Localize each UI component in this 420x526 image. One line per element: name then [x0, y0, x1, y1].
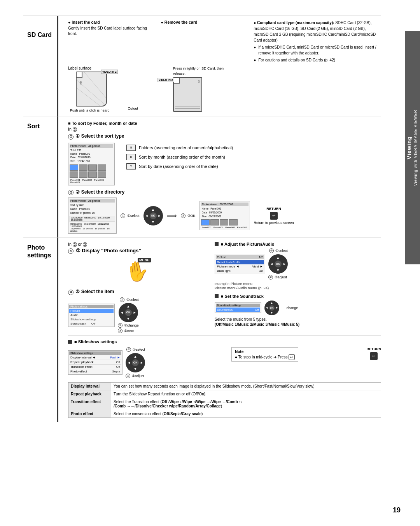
- soundtrack-nav-btn[interactable]: ▲ ▼ ◄ ► OK: [264, 301, 279, 315]
- menu-icon: ✋ MENU: [68, 258, 207, 285]
- slideshow-transition: Transition effectOff: [69, 365, 121, 369]
- table-label-transition-effect: Transition effect: [68, 398, 111, 410]
- return-to-text: Return to previous screen: [254, 221, 294, 225]
- adjust-note: Picture menu/Audio menu (p. 24): [215, 286, 381, 290]
- svg-line-1: [77, 88, 100, 106]
- viewing-detail: Viewing with VIERA IMAGE VIEWER: [414, 110, 418, 186]
- table-text-repeat-playback: Turn the Slideshow Repeat function on or…: [111, 390, 381, 398]
- table-row-repeat-playback: Repeat playback Turn the Slideshow Repea…: [68, 390, 381, 398]
- photo-step1-title: ① ① Display "Photo settings": [68, 248, 207, 254]
- sd-right-diagram: Press in lightly on SD Card, then releas…: [173, 66, 235, 113]
- insert-label: ● Insert the card: [68, 20, 153, 24]
- soundtrack-options: (Off/Music 1/Music 2/Music 3/Music 4/Mus…: [215, 322, 381, 327]
- settings-table: Display interval You can set how many se…: [68, 382, 381, 418]
- sort-icon-g-label: Folders (ascending order of numeric/alph…: [139, 145, 233, 150]
- adjust-adjust-ann: ② ②adjust: [268, 275, 287, 280]
- to-sort-title: ■ To sort by Folder, month or date: [68, 121, 381, 126]
- press-in-label: Press in lightly on SD Card, then releas…: [173, 66, 235, 76]
- soundtrack-box: Soundtrack settings Soundtrack Off: [215, 302, 261, 313]
- page-container: Viewing Viewing with VIERA IMAGE VIEWER …: [0, 0, 420, 526]
- sort-nav-btn[interactable]: ▲ ▼ ◄ ► OK: [144, 206, 163, 225]
- sd-in2-label: VIDEO IN 2: [101, 70, 118, 73]
- compliant-item-2: ● If a microSDHC Card, miniSD Card or mi…: [254, 44, 381, 56]
- adjust-select-ann: ① ①select: [269, 248, 288, 253]
- sort-section: Sort ■ To sort by Folder, month or date …: [23, 117, 381, 238]
- table-row-display-interval: Display interval You can set how many se…: [68, 382, 381, 390]
- soundtrack-change: — change: [282, 306, 298, 310]
- right-tab-text: Viewing Viewing with VIERA IMAGE VIEWER: [406, 110, 419, 186]
- slideshow-select-ann: ① ①select: [126, 347, 145, 352]
- sort-arrow: ⟹: [167, 211, 177, 220]
- push-until-label: Push until a click is heard: [68, 108, 154, 112]
- table-text-photo-effect: Select the conversion effect (Off/Sepia/…: [111, 410, 381, 418]
- table-label-repeat-playback: Repeat playback: [68, 390, 111, 398]
- return-label: RETURN: [266, 207, 281, 211]
- insert-detail: Gently insert the SD Card label surface …: [68, 26, 153, 37]
- settings-audio: Audio: [69, 313, 114, 317]
- note-box: Note ● To stop in mid-cycle ➜ Press ↩: [231, 347, 298, 362]
- photo-in-step: In 2 or 3: [68, 242, 207, 246]
- photo-settings-top: In 2 or 3 ① ① Display "Photo settings" ✋…: [68, 242, 381, 333]
- sd-compliant-col: ● Compliant card type (maximum capacity)…: [254, 20, 381, 63]
- settings-box: Photo settings Picture Audio Slideshow s…: [68, 304, 115, 327]
- soundtrack-header: ■ Set the Soundtrack: [215, 294, 381, 299]
- sd-card-top-row: ● Insert the card Gently insert the SD C…: [68, 20, 381, 63]
- slideshow-box: Slideshow settings Display interval ◄Fas…: [68, 350, 122, 375]
- slideshow-left: Slideshow settings Display interval ◄Fas…: [68, 347, 218, 378]
- photo-select-ann: ① ①select: [120, 297, 139, 302]
- page-number: 19: [393, 506, 401, 514]
- viewing-label: Viewing: [406, 136, 412, 159]
- compliant-item-3: ● For cautions and details on SD Cards (…: [254, 57, 381, 63]
- soundtrack-row: Soundtrack settings Soundtrack Off ▲ ▼ ◄: [215, 301, 381, 315]
- photo-settings-content: In 2 or 3 ① ① Display "Photo settings" ✋…: [62, 238, 381, 422]
- photo-left-col: In 2 or 3 ① ① Display "Photo settings" ✋…: [68, 242, 207, 333]
- adjust-row: Picture 1/2 Reset to defaults Picture mo…: [215, 248, 381, 280]
- sort-step2-ok: ② ②OK: [181, 213, 196, 218]
- note-text: ● To stop in mid-cycle ➜ Press ↩: [235, 355, 295, 359]
- sort-icon-y-box: Y: [126, 163, 136, 170]
- soundtrack-desc: Select the music from 5 types.: [215, 317, 381, 322]
- sd-diagrams: Label surface SD: [68, 66, 381, 113]
- slideshow-return-label: RETURN: [367, 347, 382, 351]
- sort-directory-grid-right: Photo viewer 09/23/2009 Name Panel001 Da…: [200, 201, 250, 230]
- slideshow-display-interval: Display interval ◄Fast ►: [69, 355, 121, 360]
- main-content: SD Card ● Insert the card Gently insert …: [23, 16, 381, 422]
- sort-step1-title: ① ① Select the sort type: [68, 133, 381, 140]
- table-row-photo-effect: Photo effect Select the conversion effec…: [68, 410, 381, 418]
- sd-insert-col: ● Insert the card Gently insert the SD C…: [68, 20, 153, 63]
- sort-icon-b: B Sort by month (ascending order of the …: [126, 154, 233, 160]
- remove-label: ● Remove the card: [161, 20, 246, 24]
- sort-icon-b-box: B: [126, 154, 136, 160]
- sd-card-content: ● Insert the card Gently insert the SD C…: [62, 16, 381, 117]
- sort-step2-title: ② ② Select the directory: [68, 189, 381, 196]
- slideshow-adjust-ann: ② ②adjust: [126, 374, 144, 378]
- photo-settings-label: Photo settings: [27, 244, 53, 260]
- sort-icon-g-box: G: [126, 145, 136, 151]
- table-row-transition-effect: Transition effect Select the Transition …: [68, 398, 381, 410]
- photo-step-anns: ② ②change ③ ③next: [118, 323, 139, 333]
- sort-in-step: In 2: [68, 127, 381, 131]
- table-label-display-interval: Display interval: [68, 382, 111, 390]
- photo-nav-btn[interactable]: ▲ ▼ ◄ ► OK: [119, 303, 138, 322]
- photo-settings-section: Photo settings In 2 or 3 ① ① Display: [23, 238, 381, 422]
- adjust-nav-container: ① ①select ▲ ▼ ◄ ► OK: [268, 248, 288, 280]
- sort-icon-y: Y Sort by date (ascending order of the d…: [126, 163, 233, 170]
- slideshow-return-icon[interactable]: ↩: [370, 352, 378, 360]
- slideshow-header: ■ Slideshow settings: [68, 339, 381, 344]
- slideshow-right: Note ● To stop in mid-cycle ➜ Press ↩ RE…: [224, 347, 381, 362]
- slideshow-nav-btn[interactable]: ▲ ▼ ◄ ► OK: [126, 353, 145, 372]
- sort-step2-select: ① ①select: [121, 213, 140, 218]
- sd-card-section: SD Card ● Insert the card Gently insert …: [23, 16, 381, 117]
- adjust-reset: Reset to defaults: [216, 260, 264, 264]
- adjust-nav-btn[interactable]: ▲ ▼ ◄ ► OK: [268, 254, 288, 274]
- slideshow-outer: ■ Slideshow settings Slideshow settings …: [68, 335, 381, 418]
- adjust-example: example: Picture menu: [215, 281, 381, 286]
- sort-directory-grid-left: Photo viewer All photos Sort by date Nam…: [68, 197, 117, 233]
- slideshow-nav-container: ① ①select ▲ ▼ ◄ ► OK: [126, 347, 145, 378]
- right-tab: Viewing Viewing with VIERA IMAGE VIEWER: [405, 31, 420, 264]
- sort-thumb-grid: Photo viewer All photos Total 230 Name P…: [68, 143, 119, 185]
- return-icon[interactable]: ↩: [270, 212, 278, 220]
- photo-step2-title: ② ② Select the item: [68, 289, 207, 295]
- adjust-box: Picture 1/2 Reset to defaults Picture mo…: [215, 254, 265, 274]
- adjust-header: ■ Adjust the Picture/Audio: [215, 242, 381, 246]
